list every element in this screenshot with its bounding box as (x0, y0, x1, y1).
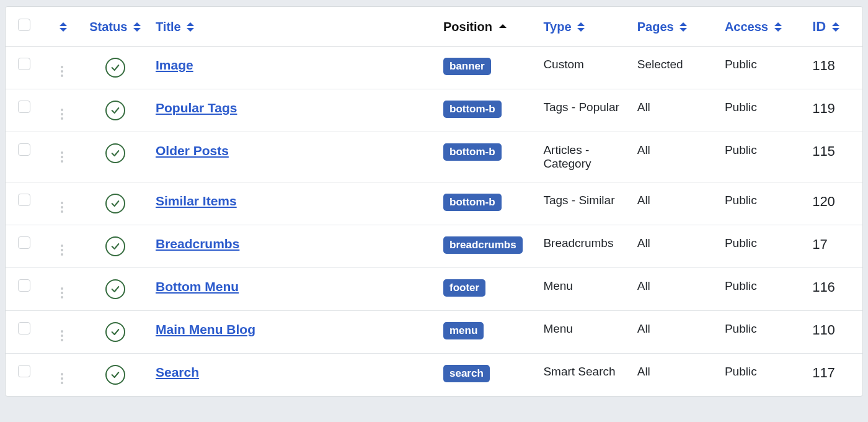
pages-text: All (637, 143, 650, 156)
row-actions-icon[interactable] (61, 245, 63, 256)
id-text: 120 (812, 194, 835, 209)
sort-icon (577, 22, 585, 32)
type-text: Menu (543, 322, 573, 335)
type-text: Tags - Similar (543, 194, 614, 207)
row-checkbox[interactable] (18, 322, 30, 334)
status-published-icon[interactable] (105, 101, 125, 120)
row-actions-icon[interactable] (61, 66, 63, 77)
module-title-link[interactable]: Popular Tags (156, 101, 237, 115)
table-row: Similar Itemsbottom-bTags - SimilarAllPu… (6, 182, 862, 225)
table-row: Older Postsbottom-bArticles - CategoryAl… (6, 132, 862, 182)
pages-text: All (637, 101, 650, 114)
module-title-link[interactable]: Similar Items (156, 194, 237, 208)
header-order[interactable] (43, 7, 81, 47)
access-text: Public (725, 194, 757, 207)
checkbox-icon[interactable] (18, 19, 30, 31)
position-badge[interactable]: banner (443, 58, 491, 75)
sort-icon (680, 22, 687, 32)
row-actions-icon[interactable] (61, 330, 63, 341)
position-badge[interactable]: search (443, 365, 490, 382)
row-actions-icon[interactable] (61, 109, 63, 120)
type-text: Custom (543, 58, 583, 71)
table-row: Bottom MenufooterMenuAllPublic116 (6, 268, 862, 311)
sort-icon (60, 22, 67, 32)
position-badge[interactable]: breadcrumbs (443, 236, 523, 254)
access-text: Public (725, 143, 757, 156)
id-text: 118 (812, 58, 835, 73)
sort-asc-icon (499, 24, 507, 30)
header-title-label: Title (156, 20, 181, 34)
position-badge[interactable]: footer (443, 279, 485, 297)
id-text: 116 (812, 279, 835, 295)
row-actions-icon[interactable] (61, 202, 63, 213)
status-published-icon[interactable] (105, 322, 125, 342)
id-text: 17 (812, 236, 827, 252)
row-actions-icon[interactable] (61, 151, 63, 163)
header-pages[interactable]: Pages (631, 7, 719, 47)
row-checkbox[interactable] (18, 143, 30, 156)
row-checkbox[interactable] (18, 58, 30, 70)
id-text: 119 (812, 101, 835, 116)
access-text: Public (725, 322, 757, 335)
pages-text: All (637, 365, 650, 378)
table-row: ImagebannerCustomSelectedPublic118 (6, 47, 862, 89)
type-text: Breadcrumbs (543, 236, 613, 249)
type-text: Articles - Category (543, 143, 591, 170)
status-published-icon[interactable] (105, 143, 125, 163)
access-text: Public (725, 101, 757, 114)
status-published-icon[interactable] (105, 194, 125, 213)
type-text: Smart Search (543, 365, 615, 378)
header-access-label: Access (725, 20, 768, 34)
sort-icon (774, 22, 782, 32)
table-row: Popular Tagsbottom-bTags - PopularAllPub… (6, 89, 862, 132)
table-row: SearchsearchSmart SearchAllPublic117 (6, 354, 862, 397)
pages-text: All (637, 236, 650, 249)
position-badge[interactable]: menu (443, 322, 484, 339)
position-badge[interactable]: bottom-b (443, 143, 502, 161)
module-title-link[interactable]: Main Menu Blog (156, 322, 255, 336)
id-text: 110 (812, 322, 835, 338)
module-title-link[interactable]: Image (156, 58, 193, 72)
module-title-link[interactable]: Bottom Menu (156, 279, 239, 294)
position-badge[interactable]: bottom-b (443, 101, 502, 118)
type-text: Menu (543, 279, 573, 292)
header-access[interactable]: Access (719, 7, 806, 47)
row-actions-icon[interactable] (61, 287, 63, 299)
table-row: Main Menu BlogmenuMenuAllPublic110 (6, 311, 862, 354)
row-checkbox[interactable] (18, 279, 30, 292)
pages-text: All (637, 322, 650, 335)
header-type[interactable]: Type (537, 7, 631, 47)
header-pages-label: Pages (637, 20, 674, 34)
access-text: Public (725, 236, 757, 249)
header-title[interactable]: Title (149, 7, 437, 47)
sort-icon (133, 22, 141, 32)
pages-text: Selected (637, 58, 683, 71)
header-status[interactable]: Status (81, 7, 149, 47)
table-row: BreadcrumbsbreadcrumbsBreadcrumbsAllPubl… (6, 225, 862, 268)
modules-table: Status Title Position (5, 6, 863, 397)
access-text: Public (725, 365, 757, 378)
status-published-icon[interactable] (105, 365, 125, 385)
type-text: Tags - Popular (543, 101, 619, 114)
table-header-row: Status Title Position (6, 7, 862, 47)
status-published-icon[interactable] (105, 279, 125, 299)
row-checkbox[interactable] (18, 365, 30, 377)
status-published-icon[interactable] (105, 236, 125, 256)
row-actions-icon[interactable] (61, 373, 63, 384)
header-position-label: Position (443, 20, 492, 34)
row-checkbox[interactable] (18, 101, 30, 113)
header-select-all[interactable] (6, 7, 43, 47)
header-id[interactable]: ID (806, 7, 862, 47)
row-checkbox[interactable] (18, 236, 30, 249)
module-title-link[interactable]: Older Posts (156, 143, 229, 158)
position-badge[interactable]: bottom-b (443, 194, 502, 211)
access-text: Public (725, 279, 757, 292)
module-title-link[interactable]: Search (156, 365, 199, 379)
module-title-link[interactable]: Breadcrumbs (156, 236, 239, 251)
header-position[interactable]: Position (437, 7, 537, 47)
status-published-icon[interactable] (105, 58, 125, 78)
row-checkbox[interactable] (18, 194, 30, 206)
header-status-label: Status (89, 20, 127, 34)
header-type-label: Type (543, 20, 571, 34)
id-text: 117 (812, 365, 835, 380)
